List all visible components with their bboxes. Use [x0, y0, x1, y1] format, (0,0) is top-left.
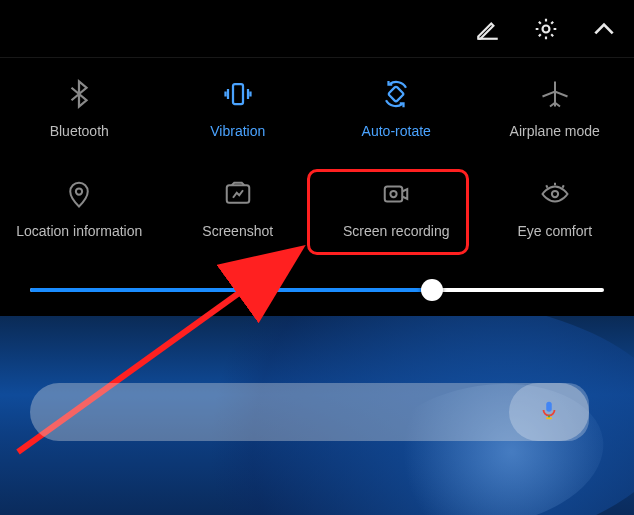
svg-rect-9	[546, 402, 552, 412]
tile-screenshot[interactable]: Screenshot	[159, 158, 318, 258]
tile-airplane-mode[interactable]: Airplane mode	[476, 58, 635, 158]
screenshot-icon	[221, 177, 255, 211]
tile-label: Auto-rotate	[362, 123, 431, 139]
tile-label: Location information	[16, 223, 142, 239]
tile-label: Bluetooth	[50, 123, 109, 139]
quick-settings-panel: Bluetooth Vibration Auto-rotate	[0, 0, 634, 316]
mic-icon	[538, 399, 560, 425]
tile-auto-rotate[interactable]: Auto-rotate	[317, 58, 476, 158]
bluetooth-icon	[62, 77, 96, 111]
gear-icon[interactable]	[532, 15, 560, 43]
quick-settings-grid: Bluetooth Vibration Auto-rotate	[0, 58, 634, 258]
eye-icon	[538, 177, 572, 211]
svg-rect-5	[385, 187, 403, 202]
tile-vibration[interactable]: Vibration	[159, 58, 318, 158]
brightness-slider-row	[0, 280, 634, 300]
tile-label: Eye comfort	[517, 223, 592, 239]
search-bar[interactable]	[30, 383, 589, 441]
chevron-up-icon[interactable]	[590, 15, 618, 43]
edit-icon[interactable]	[474, 15, 502, 43]
brightness-slider[interactable]	[30, 280, 604, 300]
tile-bluetooth[interactable]: Bluetooth	[0, 58, 159, 158]
mic-button[interactable]	[509, 383, 589, 441]
screen-recording-icon	[379, 177, 413, 211]
search-input[interactable]	[30, 403, 565, 421]
svg-point-6	[391, 191, 397, 197]
tile-label: Airplane mode	[510, 123, 600, 139]
vibration-icon	[221, 77, 255, 111]
location-icon	[62, 177, 96, 211]
brightness-track-fill	[30, 288, 432, 292]
tile-eye-comfort[interactable]: Eye comfort	[476, 158, 635, 258]
quick-settings-topbar	[0, 0, 634, 58]
svg-point-7	[552, 191, 558, 197]
brightness-thumb[interactable]	[421, 279, 443, 301]
airplane-icon	[538, 77, 572, 111]
tile-location[interactable]: Location information	[0, 158, 159, 258]
tile-screen-recording[interactable]: Screen recording	[317, 158, 476, 258]
svg-point-0	[543, 25, 550, 32]
svg-point-3	[76, 188, 82, 194]
tile-label: Screenshot	[202, 223, 273, 239]
svg-rect-2	[388, 86, 404, 102]
tile-label: Vibration	[210, 123, 265, 139]
auto-rotate-icon	[379, 77, 413, 111]
svg-rect-1	[233, 84, 243, 104]
tile-label: Screen recording	[343, 223, 450, 239]
